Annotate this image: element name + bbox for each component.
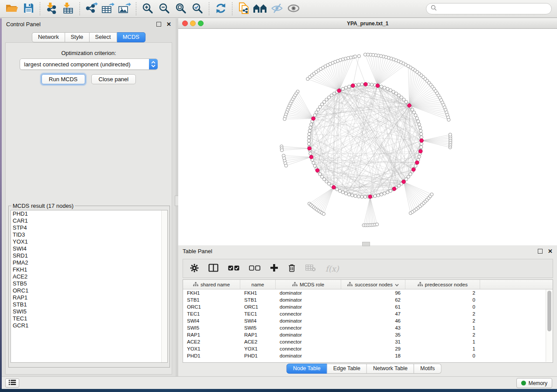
task-history-button[interactable] xyxy=(5,378,19,388)
mcds-result-item[interactable]: GCR1 xyxy=(11,322,167,329)
column-header-MCDS-role[interactable]: MCDS role xyxy=(276,280,341,289)
network-column-icon xyxy=(292,282,298,287)
mcds-result-item[interactable]: PHD1 xyxy=(11,210,167,217)
zoom-in-icon xyxy=(142,3,153,15)
network-column-icon xyxy=(347,282,353,287)
mcds-result-item[interactable]: PMA2 xyxy=(11,259,167,266)
open-folder-icon xyxy=(5,3,18,15)
control-panel-title: Control Panel xyxy=(6,21,41,28)
application-window: Control Panel ✕ NetworkStyleSelectMCDS O… xyxy=(0,0,557,392)
table-row[interactable]: PHD1PHD1dominator180 xyxy=(183,352,553,359)
table-row[interactable]: STB1STB1dominator620 xyxy=(183,296,553,303)
close-panel-icon[interactable]: ✕ xyxy=(166,22,171,26)
close-panel-button[interactable]: Close panel xyxy=(91,74,136,84)
close-table-panel-icon[interactable]: ✕ xyxy=(548,249,553,253)
criterion-select[interactable]: largest connected component (undirected) xyxy=(20,58,158,70)
mcds-result-item[interactable]: RAP1 xyxy=(11,294,167,301)
tab-select[interactable]: Select xyxy=(90,32,117,42)
tab-mcds[interactable]: MCDS xyxy=(117,32,145,42)
run-mcds-button[interactable]: Run MCDS xyxy=(42,74,85,84)
zoom-in-button[interactable] xyxy=(140,1,155,16)
export-image-button[interactable] xyxy=(117,1,132,16)
table-row[interactable]: TEC1TEC1connector472 xyxy=(183,310,553,317)
save-session-button[interactable] xyxy=(21,1,36,16)
table-body: FKH1FKH1dominator962STB1STB1dominator620… xyxy=(183,289,553,359)
tab-network[interactable]: Network xyxy=(32,32,65,42)
mcds-result-item[interactable]: SWI5 xyxy=(11,308,167,315)
mcds-result-item[interactable]: CAR1 xyxy=(11,217,167,224)
table-row[interactable]: YOX1YOX1connector291 xyxy=(183,345,553,352)
mcds-result-legend: MCDS result (17 nodes) xyxy=(11,203,75,209)
mcds-result-item[interactable]: SWI4 xyxy=(11,245,167,252)
eye-slash-icon xyxy=(271,3,283,15)
toolbar-divider xyxy=(232,2,232,15)
toolbar-divider xyxy=(40,2,40,15)
select-all-button[interactable] xyxy=(228,265,239,272)
horizontal-splitter-grip[interactable] xyxy=(362,242,370,246)
open-session-button[interactable] xyxy=(4,1,19,16)
deselect-all-button[interactable] xyxy=(249,265,260,272)
table-row[interactable]: SWI4SWI4dominator462 xyxy=(183,317,553,324)
zoom-fit-button[interactable] xyxy=(173,1,188,16)
tab-style[interactable]: Style xyxy=(65,32,90,42)
refresh-view-button[interactable] xyxy=(213,1,228,16)
add-column-button[interactable] xyxy=(270,264,278,273)
column-header-shared-name[interactable]: shared name xyxy=(183,280,240,289)
mcds-result-item[interactable]: TEC1 xyxy=(11,315,167,322)
copy-share-icon xyxy=(238,2,249,16)
table-scrollbar-thumb[interactable] xyxy=(547,291,551,331)
tab-network-table[interactable]: Network Table xyxy=(367,364,414,374)
import-network-button[interactable] xyxy=(44,1,59,16)
import-table-button[interactable] xyxy=(61,1,76,16)
clone-network-button[interactable] xyxy=(236,1,251,16)
table-row[interactable]: ACE2ACE2connector311 xyxy=(183,338,553,345)
column-header-name[interactable]: name xyxy=(240,280,276,289)
mcds-result-item[interactable]: ACE2 xyxy=(11,273,167,280)
table-row[interactable]: ORC1ORC1dominator610 xyxy=(183,303,553,310)
mcds-result-item[interactable]: STB5 xyxy=(11,280,167,287)
gear-icon xyxy=(190,264,199,274)
export-network-button[interactable] xyxy=(84,1,99,16)
status-bar: Memory xyxy=(2,376,557,389)
table-scrollbar[interactable] xyxy=(546,289,553,362)
delete-column-button[interactable] xyxy=(288,264,296,274)
zoom-out-button[interactable] xyxy=(157,1,172,16)
mcds-result-item[interactable]: ORC1 xyxy=(11,287,167,294)
table-row[interactable]: FKH1FKH1dominator962 xyxy=(183,289,553,296)
mcds-result-item[interactable]: STP4 xyxy=(11,224,167,231)
mcds-tab-content: Optimization criterion: largest connecte… xyxy=(5,42,172,375)
zoom-selected-icon xyxy=(192,3,203,15)
table-mode-button[interactable] xyxy=(190,264,199,274)
table-row[interactable]: SWI5SWI5connector431 xyxy=(183,324,553,331)
table-panel-header: Table Panel ✕ xyxy=(178,245,557,257)
mcds-result-list: PHD1CAR1STP4TID3YOX1SWI4SRD1PMA2FKH1ACE2… xyxy=(10,210,168,363)
column-header-predecessor-nodes[interactable]: predecessor nodes xyxy=(405,280,480,289)
mcds-result-item[interactable]: STB1 xyxy=(11,301,167,308)
zoom-selected-button[interactable] xyxy=(190,1,205,16)
table-row[interactable]: RAP1RAP1dominator352 xyxy=(183,331,553,338)
memory-button[interactable]: Memory xyxy=(516,378,552,388)
network-canvas[interactable] xyxy=(178,29,557,245)
memory-status-dot xyxy=(521,381,526,385)
tab-motifs[interactable]: Motifs xyxy=(414,364,441,374)
mcds-result-item[interactable]: YOX1 xyxy=(11,238,167,245)
mcds-list-scrollbar[interactable] xyxy=(161,210,167,362)
control-panel: Control Panel ✕ NetworkStyleSelectMCDS O… xyxy=(2,18,176,376)
tab-edge-table[interactable]: Edge Table xyxy=(327,364,367,374)
column-header-successor-nodes[interactable]: successor nodes xyxy=(341,280,405,289)
float-panel-icon[interactable] xyxy=(156,22,161,27)
search-input[interactable] xyxy=(439,5,547,13)
mcds-result-item[interactable]: FKH1 xyxy=(11,266,167,273)
first-neighbors-button[interactable] xyxy=(253,1,268,16)
show-columns-button[interactable] xyxy=(208,264,218,273)
table-header-row: shared namenameMCDS rolesuccessor nodesp… xyxy=(183,280,553,289)
show-all-button[interactable] xyxy=(286,1,301,16)
float-table-panel-icon[interactable] xyxy=(538,249,543,254)
table-toolbar: f(x) xyxy=(183,259,553,278)
mcds-result-item[interactable]: TID3 xyxy=(11,231,167,238)
hide-selected-button[interactable] xyxy=(270,1,284,16)
eye-icon xyxy=(287,3,300,14)
tab-node-table[interactable]: Node Table xyxy=(287,364,327,374)
export-table-button[interactable] xyxy=(100,1,115,16)
mcds-result-item[interactable]: SRD1 xyxy=(11,252,167,259)
